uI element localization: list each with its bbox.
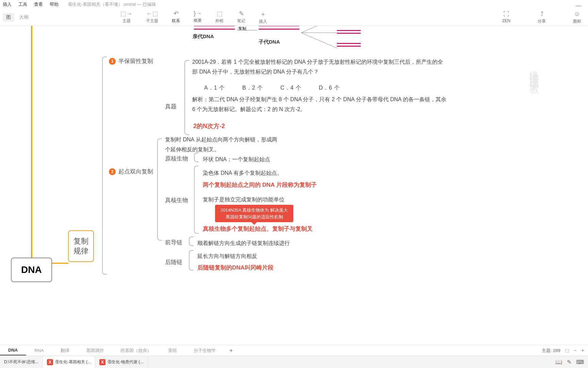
tb-emoji[interactable]: ☺图标 xyxy=(573,11,581,24)
xmind-icon: X xyxy=(47,359,53,365)
minimize-icon[interactable]: — xyxy=(576,3,581,9)
menu-help[interactable]: 帮助 xyxy=(50,1,59,7)
prokaryote-sub[interactable]: 环状 DNA；一个复制起始点 xyxy=(203,155,270,165)
tb-topic[interactable]: ⬚→主题 xyxy=(120,10,132,25)
note-icon: ✎ xyxy=(239,10,244,17)
file-title: ⑧生化-基因相关（看不懂）.xmind — 已编辑 xyxy=(68,1,156,7)
tb-zen[interactable]: ⛶ZEN xyxy=(502,11,510,24)
node-leading[interactable]: 前导链 xyxy=(165,239,182,246)
task-path[interactable]: D:\不死不休\思维... xyxy=(0,356,43,368)
watermark: 络课堂中子教 xyxy=(527,63,540,80)
node-b2[interactable]: 2起点双向复制 xyxy=(109,168,153,175)
tab-recomb[interactable]: 重组 xyxy=(160,346,185,356)
lagging-sub1[interactable]: 延长方向与解链方向相反 xyxy=(197,251,257,261)
dna-replication-diagram: 亲代DNA 复制 子代DNA xyxy=(191,26,381,50)
node-prokaryote[interactable]: 原核生物 xyxy=(165,155,188,163)
boundary-icon: ⬚ xyxy=(217,10,223,17)
eu-sub2[interactable]: 两个复制起始点之间的 DNA 片段称为复制子 xyxy=(203,181,317,189)
subtopic-icon: ←⬚ xyxy=(146,10,158,17)
tb-note[interactable]: ✎笔记 xyxy=(237,10,245,25)
mindmap-canvas[interactable]: 络课堂中子教 DNA 复制规律 亲代DNA 复制 子代DNA 1半保留性复制 真… xyxy=(0,26,588,345)
tb-relation[interactable]: ↶联系 xyxy=(172,10,180,25)
topic-icon: ⬚→ xyxy=(120,10,132,17)
zoom-out[interactable]: − xyxy=(574,348,577,353)
menu-tools[interactable]: 工具 xyxy=(18,1,27,7)
format-icon[interactable]: ✎ xyxy=(567,359,571,365)
share-icon: ⤴ xyxy=(540,11,543,18)
tb-insert[interactable]: ＋插入 xyxy=(259,10,267,25)
summary-icon: }→ xyxy=(194,10,202,17)
topic-count: 主题: 289 xyxy=(542,348,560,354)
tab-onco[interactable]: 癌基因（放弃） xyxy=(112,346,160,356)
b2-intro[interactable]: 复制时 DNA 从起始点向两个方向解链，形成两个延伸相反的复制叉。 xyxy=(165,135,281,155)
question-text[interactable]: 2001A-29．若将 1 个完全被放射性标记的 DNA 分子放于无放射性标记的… xyxy=(192,57,447,77)
tab-rna[interactable]: RNA xyxy=(26,346,52,355)
menu-view[interactable]: 查看 xyxy=(34,1,43,7)
question-answer[interactable]: 解析：第二代 DNA 分子经复制产生 8 个 DNA 分子，只有 2 个 DNA… xyxy=(192,95,451,114)
book-icon[interactable]: 📖 xyxy=(555,359,562,365)
sheet-tabs: DNA RNA 翻译 基因调控 癌基因（放弃） 重组 分子生物学 + 主题: 2… xyxy=(0,345,588,356)
eu-sub3[interactable]: 复制子是独立完成复制的功能单位 xyxy=(203,195,284,205)
connector-line xyxy=(31,26,32,258)
task-file1[interactable]: X⑧生化-基因相关 (... xyxy=(43,356,95,368)
tab-gene[interactable]: 基因调控 xyxy=(78,346,112,356)
leading-sub[interactable]: 顺着解链方向生成的子链复制连续进行 xyxy=(197,239,290,248)
question-options[interactable]: A．1 个 B．2 个 C．4 个 D．6 个 xyxy=(204,83,442,93)
node-b1[interactable]: 1半保留性复制 xyxy=(109,57,153,65)
xmind-icon: X xyxy=(99,359,105,365)
lagging-sub2[interactable]: 后随链复制的DNA叫冈崎片段 xyxy=(197,264,274,272)
menu-insert[interactable]: 插入 xyxy=(3,1,12,7)
node-lagging[interactable]: 后随链 xyxy=(165,258,182,266)
tb-boundary[interactable]: ⬚外框 xyxy=(215,10,224,25)
insert-icon: ＋ xyxy=(260,10,266,18)
annotation-callout[interactable]: 2014N35A 真核生物体为 解决庞大基因组复制问题的适应性机制 xyxy=(215,205,293,222)
node-root[interactable]: DNA xyxy=(11,258,52,282)
taskbar: D:\不死不休\思维... X⑧生化-基因相关 (... X⑧生化-物质代谢 (… xyxy=(0,356,588,368)
emoji-icon: ☺ xyxy=(574,11,580,18)
node-rule[interactable]: 复制规律 xyxy=(68,230,94,262)
menubar: 插入 工具 查看 帮助 ⑧生化-基因相关（看不懂）.xmind — 已编辑 — xyxy=(0,0,588,9)
tab-molbio[interactable]: 分子生物学 xyxy=(185,346,224,356)
tb-summary[interactable]: }→概要 xyxy=(194,10,202,25)
tb-share[interactable]: ⤴分享 xyxy=(538,11,546,24)
node-b1q[interactable]: 真题 xyxy=(165,103,177,110)
eu-sub1[interactable]: 染色体 DNA 有多个复制起始点。 xyxy=(203,168,282,178)
node-eukaryote[interactable]: 真核生物 xyxy=(165,196,188,204)
task-file2[interactable]: X⑧生化-物质代谢 (... xyxy=(95,356,148,368)
view-map-tab[interactable]: 图 xyxy=(3,13,14,22)
toolbar: 图 大纲 ⬚→主题 ←⬚子主题 ↶联系 }→概要 ⬚外框 ✎笔记 ＋插入 ⛶ZE… xyxy=(0,9,588,26)
zoom-in[interactable]: + xyxy=(581,348,584,353)
tab-dna[interactable]: DNA xyxy=(0,346,26,355)
eu-sub4[interactable]: 真核生物多个复制起始点、复制子与复制叉 xyxy=(203,225,313,233)
formula[interactable]: 2的N次方-2 xyxy=(193,122,225,130)
map-icon[interactable]: ⬚ xyxy=(565,348,569,353)
add-tab-button[interactable]: + xyxy=(224,346,238,356)
zen-icon: ⛶ xyxy=(503,11,509,18)
tb-subtopic[interactable]: ←⬚子主题 xyxy=(146,10,158,25)
view-outline-tab[interactable]: 大纲 xyxy=(16,13,32,22)
tab-translate[interactable]: 翻译 xyxy=(52,346,78,356)
keyboard-icon[interactable]: ⌨ xyxy=(576,359,584,365)
relation-icon: ↶ xyxy=(174,10,179,17)
